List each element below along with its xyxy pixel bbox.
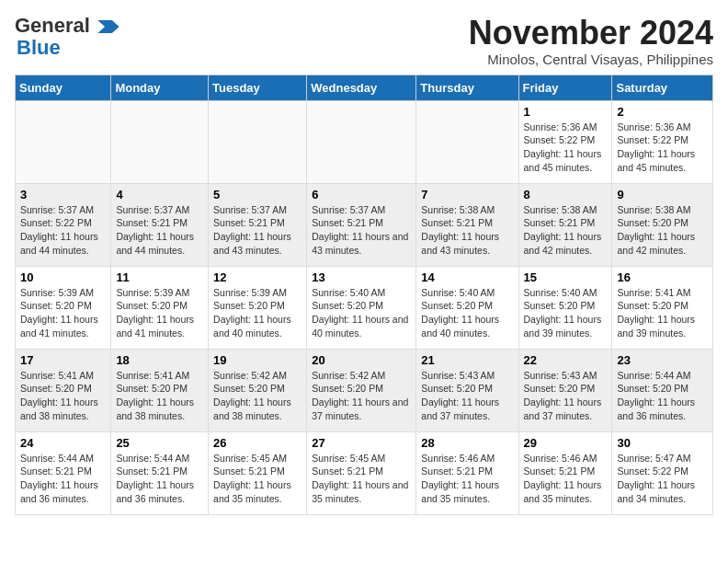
day-info-line: Sunset: 5:20 PM <box>20 382 106 396</box>
day-info: Sunrise: 5:39 AMSunset: 5:20 PMDaylight:… <box>116 286 203 340</box>
day-info-line: Sunset: 5:20 PM <box>213 299 301 313</box>
day-info-line: Sunset: 5:21 PM <box>213 465 301 478</box>
day-info-line: Sunset: 5:21 PM <box>116 216 203 230</box>
day-info-line: Daylight: 11 hours and 35 minutes. <box>421 478 513 505</box>
calendar-table: SundayMondayTuesdayWednesdayThursdayFrid… <box>15 75 713 515</box>
day-number: 18 <box>116 353 203 367</box>
day-info-line: Sunrise: 5:44 AM <box>617 369 708 383</box>
day-info: Sunrise: 5:46 AMSunset: 5:21 PMDaylight:… <box>421 452 513 506</box>
calendar-cell: 5Sunrise: 5:37 AMSunset: 5:21 PMDaylight… <box>209 183 307 266</box>
logo-text-general: General <box>15 14 90 37</box>
day-info-line: Sunset: 5:20 PM <box>20 299 106 313</box>
day-info-line: Daylight: 11 hours and 36 minutes. <box>617 396 708 422</box>
calendar-cell: 29Sunrise: 5:46 AMSunset: 5:21 PMDayligh… <box>518 431 612 514</box>
day-info: Sunrise: 5:37 AMSunset: 5:21 PMDaylight:… <box>213 203 301 258</box>
day-info: Sunrise: 5:37 AMSunset: 5:22 PMDaylight:… <box>20 203 106 258</box>
day-info-line: Daylight: 11 hours and 37 minutes. <box>524 396 608 422</box>
day-info-line: Sunset: 5:20 PM <box>421 382 513 396</box>
day-info-line: Sunrise: 5:47 AM <box>617 452 708 465</box>
weekday-header: Sunday <box>16 75 111 100</box>
day-info-line: Daylight: 11 hours and 45 minutes. <box>524 147 608 174</box>
day-info-line: Daylight: 11 hours and 43 minutes. <box>213 230 301 257</box>
day-number: 28 <box>421 436 513 450</box>
day-number: 10 <box>20 270 106 284</box>
calendar-cell: 2Sunrise: 5:36 AMSunset: 5:22 PMDaylight… <box>612 100 713 183</box>
day-info: Sunrise: 5:44 AMSunset: 5:20 PMDaylight:… <box>617 369 708 423</box>
day-info-line: Sunrise: 5:41 AM <box>20 369 106 383</box>
calendar-cell: 3Sunrise: 5:37 AMSunset: 5:22 PMDaylight… <box>16 183 111 266</box>
day-info: Sunrise: 5:36 AMSunset: 5:22 PMDaylight:… <box>524 121 608 175</box>
day-number: 12 <box>213 270 301 284</box>
day-info-line: Sunrise: 5:40 AM <box>312 286 411 300</box>
day-info: Sunrise: 5:42 AMSunset: 5:20 PMDaylight:… <box>312 369 411 423</box>
day-info-line: Sunrise: 5:37 AM <box>116 203 203 217</box>
day-info: Sunrise: 5:36 AMSunset: 5:22 PMDaylight:… <box>617 121 708 175</box>
day-info-line: Sunset: 5:20 PM <box>116 299 203 313</box>
day-info: Sunrise: 5:45 AMSunset: 5:21 PMDaylight:… <box>312 452 411 506</box>
day-info-line: Sunrise: 5:40 AM <box>524 286 608 300</box>
day-info-line: Sunrise: 5:44 AM <box>20 452 106 465</box>
day-number: 17 <box>20 353 106 367</box>
page-header: General Blue November 2024 Minolos, Cent… <box>15 15 713 67</box>
day-info-line: Sunrise: 5:41 AM <box>116 369 203 383</box>
calendar-cell <box>307 100 416 183</box>
day-info: Sunrise: 5:45 AMSunset: 5:21 PMDaylight:… <box>213 452 301 506</box>
day-info-line: Daylight: 11 hours and 40 minutes. <box>312 313 411 339</box>
calendar-cell: 25Sunrise: 5:44 AMSunset: 5:21 PMDayligh… <box>111 431 209 514</box>
day-number: 7 <box>421 188 513 201</box>
day-info-line: Sunset: 5:22 PM <box>20 216 106 230</box>
calendar-cell: 19Sunrise: 5:42 AMSunset: 5:20 PMDayligh… <box>209 349 307 431</box>
calendar-week-row: 10Sunrise: 5:39 AMSunset: 5:20 PMDayligh… <box>16 266 713 349</box>
day-number: 22 <box>524 353 608 367</box>
weekday-header: Thursday <box>416 75 518 100</box>
calendar-cell: 7Sunrise: 5:38 AMSunset: 5:21 PMDaylight… <box>416 183 518 266</box>
day-number: 14 <box>421 270 513 284</box>
day-info: Sunrise: 5:38 AMSunset: 5:21 PMDaylight:… <box>421 203 513 258</box>
logo-icon <box>97 20 119 33</box>
calendar-cell: 18Sunrise: 5:41 AMSunset: 5:20 PMDayligh… <box>111 349 209 431</box>
day-number: 27 <box>312 436 411 450</box>
day-info: Sunrise: 5:37 AMSunset: 5:21 PMDaylight:… <box>312 203 411 258</box>
day-number: 11 <box>116 270 203 284</box>
day-info-line: Sunset: 5:20 PM <box>312 299 411 313</box>
day-info-line: Sunrise: 5:42 AM <box>213 369 301 383</box>
day-info-line: Daylight: 11 hours and 40 minutes. <box>213 313 301 339</box>
day-info-line: Sunrise: 5:38 AM <box>617 203 708 217</box>
day-info-line: Daylight: 11 hours and 38 minutes. <box>20 396 106 422</box>
svg-marker-0 <box>97 20 119 33</box>
calendar-cell: 23Sunrise: 5:44 AMSunset: 5:20 PMDayligh… <box>612 349 713 431</box>
day-info: Sunrise: 5:38 AMSunset: 5:21 PMDaylight:… <box>524 203 608 258</box>
day-info: Sunrise: 5:43 AMSunset: 5:20 PMDaylight:… <box>421 369 513 423</box>
calendar-cell: 10Sunrise: 5:39 AMSunset: 5:20 PMDayligh… <box>16 266 111 349</box>
calendar-cell: 28Sunrise: 5:46 AMSunset: 5:21 PMDayligh… <box>416 431 518 514</box>
day-info-line: Sunset: 5:20 PM <box>421 299 513 313</box>
calendar-week-row: 17Sunrise: 5:41 AMSunset: 5:20 PMDayligh… <box>16 349 713 431</box>
day-info-line: Sunrise: 5:39 AM <box>116 286 203 300</box>
day-info-line: Sunset: 5:21 PM <box>116 465 203 478</box>
day-info: Sunrise: 5:41 AMSunset: 5:20 PMDaylight:… <box>20 369 106 423</box>
day-info-line: Sunset: 5:20 PM <box>213 382 301 396</box>
day-info-line: Sunrise: 5:38 AM <box>421 203 513 217</box>
day-info-line: Sunset: 5:20 PM <box>524 299 608 313</box>
day-number: 20 <box>312 353 411 367</box>
calendar-cell: 20Sunrise: 5:42 AMSunset: 5:20 PMDayligh… <box>307 349 416 431</box>
day-info-line: Daylight: 11 hours and 38 minutes. <box>116 396 203 422</box>
day-info: Sunrise: 5:37 AMSunset: 5:21 PMDaylight:… <box>116 203 203 258</box>
weekday-header: Friday <box>518 75 612 100</box>
page-subtitle: Minolos, Central Visayas, Philippines <box>469 52 713 67</box>
day-info-line: Sunset: 5:20 PM <box>617 382 708 396</box>
day-info-line: Daylight: 11 hours and 39 minutes. <box>524 313 608 339</box>
calendar-cell: 14Sunrise: 5:40 AMSunset: 5:20 PMDayligh… <box>416 266 518 349</box>
day-info-line: Sunset: 5:21 PM <box>312 216 411 230</box>
logo: General Blue <box>15 15 119 59</box>
day-info: Sunrise: 5:44 AMSunset: 5:21 PMDaylight:… <box>116 452 203 506</box>
day-info-line: Daylight: 11 hours and 38 minutes. <box>213 396 301 422</box>
day-info-line: Daylight: 11 hours and 35 minutes. <box>524 478 608 505</box>
day-info-line: Sunset: 5:20 PM <box>617 216 708 230</box>
calendar-cell: 1Sunrise: 5:36 AMSunset: 5:22 PMDaylight… <box>518 100 612 183</box>
calendar-cell: 30Sunrise: 5:47 AMSunset: 5:22 PMDayligh… <box>612 431 713 514</box>
weekday-header: Wednesday <box>307 75 416 100</box>
day-info-line: Sunrise: 5:39 AM <box>20 286 106 300</box>
day-info-line: Daylight: 11 hours and 43 minutes. <box>421 230 513 257</box>
day-info-line: Sunrise: 5:43 AM <box>421 369 513 383</box>
